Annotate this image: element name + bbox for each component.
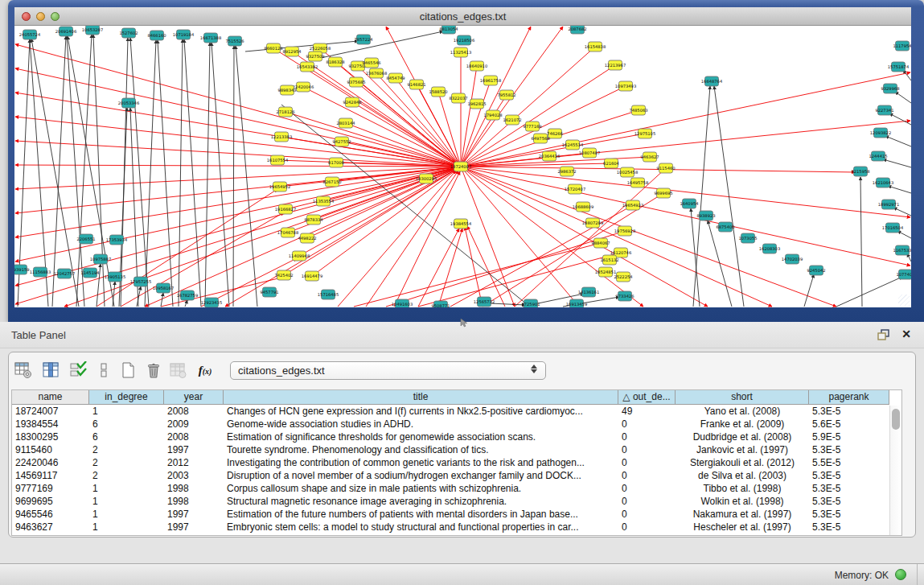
graph-node[interactable]: 9884067 <box>591 238 610 248</box>
graph-node[interactable]: 10975887 <box>90 254 111 264</box>
graph-node[interactable]: 1621072 <box>503 115 521 125</box>
network-window-frame[interactable]: citations_edges.txt 24055724206914061065… <box>8 0 924 322</box>
graph-node[interactable]: 9327509 <box>306 51 324 61</box>
graph-node[interactable]: 9329968 <box>881 84 899 93</box>
graph-node[interactable]: 10653287 <box>82 26 103 35</box>
graph-node[interactable]: 19654952 <box>269 182 290 192</box>
graph-node[interactable]: 1794028 <box>483 110 502 120</box>
import-table-icon[interactable] <box>168 360 187 380</box>
graph-node[interactable]: 8660128 <box>264 43 282 53</box>
table-row[interactable]: 946362711997Embryonic stem cells: a mode… <box>12 521 901 534</box>
graph-node[interactable]: 10719184 <box>173 30 195 39</box>
graph-node[interactable]: 7425402 <box>274 270 293 280</box>
graph-node[interactable]: 16648764 <box>701 76 723 86</box>
graph-node[interactable]: 8725901 <box>521 299 540 307</box>
graph-node[interactable]: 8912954 <box>282 47 302 56</box>
graph-node[interactable]: 18640910 <box>466 61 487 71</box>
column-header-in_degree[interactable]: in_degree <box>89 390 164 405</box>
graph-node[interactable]: 19654923 <box>622 200 643 210</box>
graph-node[interactable]: 8938923 <box>696 211 715 220</box>
graph-node[interactable]: 1962815 <box>467 99 486 109</box>
graph-node[interactable]: 1073055 <box>738 233 757 243</box>
table-row[interactable]: 969969511998Structural magnetic resonanc… <box>12 495 901 508</box>
graph-node[interactable]: 8322037 <box>449 93 467 103</box>
column-header-out_de[interactable]: △ out_de... <box>618 390 676 405</box>
graph-node[interactable]: 8878334 <box>304 215 323 225</box>
graph-node[interactable]: 9465546 <box>362 58 380 68</box>
graph-node[interactable]: 1527602 <box>119 28 138 38</box>
function-builder-icon[interactable]: f(x) <box>195 360 215 380</box>
select-all-columns-icon[interactable] <box>68 360 88 380</box>
node-table-grid[interactable]: namein_degreeyeartitle△ out_de...shortpa… <box>11 389 902 536</box>
graph-node[interactable]: 1167533 <box>893 245 911 255</box>
graph-node[interactable]: 1077403 <box>896 270 911 279</box>
graph-node[interactable]: 7515526 <box>225 36 244 46</box>
graph-node[interactable]: 20691406 <box>55 27 76 36</box>
graph-node[interactable]: 16671388 <box>200 33 221 43</box>
graph-node[interactable]: 2986372 <box>557 167 576 176</box>
graph-node[interactable]: 12093822 <box>870 128 891 138</box>
graph-node[interactable]: 8215958 <box>851 167 869 176</box>
graph-node[interactable]: 2087682 <box>568 26 586 34</box>
graph-node[interactable]: 2803144 <box>336 118 355 128</box>
graph-node[interactable]: 8466160 <box>147 31 166 40</box>
graph-node[interactable]: 15720407 <box>565 184 585 194</box>
graph-node[interactable]: 4498222 <box>298 233 316 243</box>
graph-node[interactable]: 18524851 <box>595 267 616 277</box>
graph-node[interactable]: 1615132 <box>600 255 618 265</box>
graph-node[interactable]: 12975105 <box>634 129 655 138</box>
table-mode-icon[interactable] <box>14 360 33 380</box>
graph-node[interactable]: 2206551 <box>76 234 95 244</box>
graph-node[interactable]: 18992971 <box>878 200 899 209</box>
graph-node[interactable]: 10688609 <box>573 202 593 212</box>
graph-node[interactable]: 817006 <box>328 158 344 167</box>
graph-node[interactable]: 7485063 <box>629 105 647 115</box>
graph-node[interactable]: 1733426 <box>615 291 634 301</box>
graph-node[interactable]: 19384554 <box>450 219 472 229</box>
column-header-year[interactable]: year <box>164 390 224 405</box>
table-selector-dropdown[interactable]: citations_edges.txt <box>230 361 546 380</box>
graph-node[interactable]: 16543382 <box>297 62 318 72</box>
graph-node[interactable]: 1939159 <box>14 265 30 274</box>
graph-node[interactable]: 12923435 <box>201 298 222 307</box>
graph-node[interactable]: 17046788 <box>277 228 298 237</box>
table-row[interactable]: 911546021997Tourette syndrome. Phenomeno… <box>12 443 901 456</box>
graph-node[interactable]: 15716485 <box>318 290 339 299</box>
graph-node[interactable]: 8186328 <box>326 57 344 67</box>
graph-node[interactable]: 16914479 <box>302 271 322 281</box>
graph-node[interactable]: 12213383 <box>271 132 292 142</box>
graph-node[interactable]: 10807487 <box>579 148 600 158</box>
graph-node[interactable]: 1117954 <box>893 41 911 51</box>
table-row[interactable]: 977716911998Corpus callosum shape and si… <box>12 482 901 495</box>
graph-node[interactable]: 1244415 <box>869 151 887 161</box>
graph-node[interactable]: 14702039 <box>782 254 803 264</box>
graph-node[interactable]: 20053346 <box>118 98 139 108</box>
graph-node[interactable]: 621604 <box>603 159 620 168</box>
row-height-icon[interactable] <box>94 360 113 380</box>
graph-node[interactable]: 10958167 <box>153 283 174 293</box>
graph-node[interactable]: 6497568 <box>531 134 549 143</box>
scrollbar-thumb[interactable] <box>892 409 900 430</box>
graph-node[interactable]: 19756928 <box>614 226 635 236</box>
graph-node[interactable]: 16208303 <box>759 244 780 253</box>
table-row[interactable]: 1872400712008Changes of HCN gene express… <box>12 405 901 418</box>
network-window-titlebar[interactable]: citations_edges.txt <box>14 7 911 26</box>
graph-node[interactable]: 17016504 <box>882 223 904 233</box>
graph-node[interactable]: 9508771 <box>431 301 450 307</box>
float-panel-icon[interactable] <box>877 329 890 340</box>
graph-node[interactable]: 9245042 <box>807 266 825 275</box>
network-graph[interactable]: 2405572420691406106532871527602846616010… <box>14 26 911 307</box>
graph-node[interactable]: 9242848 <box>343 97 361 107</box>
column-header-short[interactable]: short <box>676 390 809 405</box>
graph-node[interactable]: 1145194 <box>80 268 100 278</box>
graph-node[interactable]: 17353934 <box>106 235 128 245</box>
window-resize-grip[interactable] <box>898 295 910 306</box>
graph-node[interactable]: 8454749 <box>386 73 405 83</box>
graph-node[interactable]: 9457791 <box>260 287 278 297</box>
graph-node[interactable]: 10491603 <box>392 299 413 307</box>
graph-node[interactable]: 16210643 <box>873 178 893 187</box>
graph-node[interactable]: 7955812 <box>497 90 515 100</box>
graph-node[interactable]: 20364436 <box>539 151 560 161</box>
graph-node[interactable]: 2718126 <box>276 107 294 117</box>
graph-node[interactable]: 9898343 <box>277 85 296 95</box>
